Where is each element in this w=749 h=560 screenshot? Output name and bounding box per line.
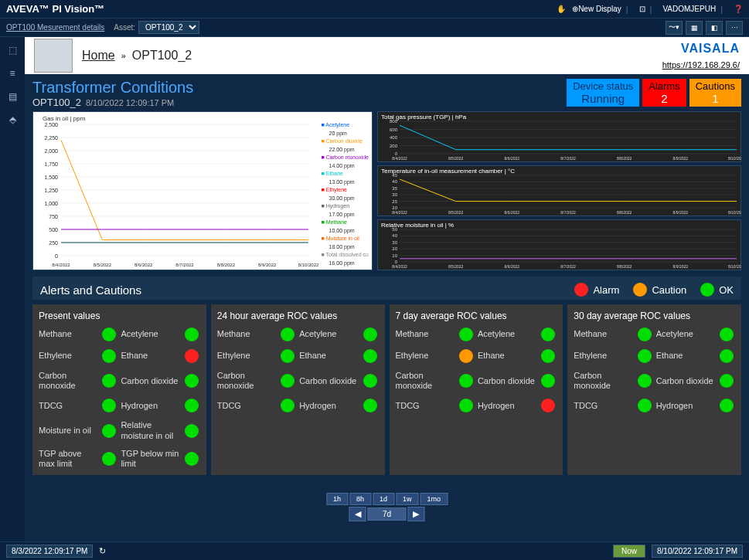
alerts-title: Alerts and Cautions (40, 283, 141, 297)
gas-label: Methane (396, 329, 456, 339)
status-dot-icon (720, 349, 734, 363)
gas-label: Ethane (299, 351, 359, 361)
status-dot-icon (720, 399, 734, 412)
more-icon[interactable]: ⋯ (726, 21, 743, 35)
app-brand: AVEVA™ PI Vision™ (6, 3, 104, 15)
new-display-label: New Display (578, 5, 621, 13)
cube-icon[interactable]: ⬚ (5, 43, 19, 57)
nav-current-range: 7d (368, 507, 406, 521)
gas-label: Ethane (121, 351, 181, 361)
book-icon[interactable]: ▤ (5, 90, 19, 104)
status-dot-icon (363, 374, 377, 388)
layout-icon[interactable]: ⊡ (639, 5, 645, 13)
svg-text:1,250: 1,250 (44, 188, 58, 193)
device-thumbnail (34, 39, 73, 73)
mini-chart[interactable]: Total gas pressure (TGP) | hPa0200400600… (377, 111, 741, 162)
timerange-button[interactable]: 1w (396, 493, 419, 505)
start-time[interactable]: 8/3/2022 12:09:17 PM (6, 545, 93, 558)
list-icon[interactable]: ≡ (5, 66, 19, 80)
svg-text:8/9/2022: 8/9/2022 (673, 156, 689, 161)
nav-next-button[interactable]: ▶ (407, 507, 424, 521)
status-dot-icon (102, 452, 116, 466)
svg-text:8/10/2022: 8/10/2022 (728, 156, 741, 161)
svg-text:20: 20 (392, 246, 397, 251)
breadcrumb[interactable]: OPT100 Mesurement details (6, 23, 104, 32)
gas-label: Hydrogen (299, 401, 359, 411)
mini-chart[interactable]: Temperature of in-oil measurement chambe… (377, 165, 741, 216)
svg-text:8/8/2022: 8/8/2022 (617, 210, 632, 215)
svg-text:0: 0 (55, 253, 58, 259)
svg-text:750: 750 (49, 214, 58, 219)
status-dot-icon (720, 328, 734, 341)
svg-text:8/5/2022: 8/5/2022 (94, 263, 112, 267)
svg-text:800: 800 (390, 119, 398, 124)
timerange-button[interactable]: 1h (326, 493, 348, 505)
status-dot-icon (185, 452, 199, 466)
gas-label: TDCG (39, 401, 99, 411)
panel-title: 7 day average ROC values (396, 311, 557, 321)
asset-select[interactable]: OPT100_2 (138, 21, 199, 34)
svg-text:8/9/2022: 8/9/2022 (673, 210, 689, 215)
svg-text:8/7/2022: 8/7/2022 (175, 263, 194, 267)
main-chart[interactable]: Gas in oil | ppm 02505007501,0001,2501,5… (32, 111, 373, 270)
device-url[interactable]: https://192.168.29.6/ (662, 60, 740, 70)
asset-label: Asset: (114, 23, 135, 32)
svg-text:8/8/2022: 8/8/2022 (617, 156, 632, 161)
svg-text:8/4/2022: 8/4/2022 (392, 156, 407, 161)
gas-label: Ethylene (574, 351, 634, 361)
timerange-button[interactable]: 8h (349, 493, 371, 505)
refresh-icon[interactable]: ↻ (99, 546, 106, 556)
svg-text:8/4/2022: 8/4/2022 (392, 264, 407, 269)
svg-text:2,250: 2,250 (44, 135, 58, 141)
gas-label: Methane (39, 329, 99, 339)
now-button[interactable]: Now (613, 545, 645, 558)
new-display-button[interactable]: ⊕ New Display (572, 5, 621, 13)
status-dot-icon (185, 399, 199, 412)
sidebar: ⬚ ≡ ▤ ⬘ (0, 37, 25, 541)
mini-chart[interactable]: Relative moisture in oil | %010203040508… (377, 219, 741, 270)
alarms-label: Alarms (649, 80, 679, 92)
alarm-dot-icon (574, 283, 588, 297)
caution-dot-icon (633, 283, 647, 297)
page-title: Transformer Conditions (32, 79, 193, 97)
title-row: Transformer Conditions OPT100_28/10/2022… (25, 74, 749, 111)
timerange-button[interactable]: 1mo (420, 493, 448, 505)
grid-icon[interactable]: ▦ (686, 21, 703, 35)
gas-label: Hydrogen (656, 401, 717, 411)
gas-label: Ethane (478, 351, 538, 361)
tag-icon[interactable]: ⬘ (5, 113, 19, 127)
panel-icon[interactable]: ◧ (706, 21, 723, 35)
svg-text:8/5/2022: 8/5/2022 (448, 264, 464, 269)
vaisala-logo: VAISALA (681, 42, 740, 56)
home-link[interactable]: Home (82, 49, 115, 63)
end-time[interactable]: 8/10/2022 12:09:17 PM (652, 545, 743, 558)
hand-icon[interactable]: ✋ (557, 5, 566, 13)
gas-label: Acetylene (299, 329, 359, 339)
svg-text:45: 45 (392, 173, 397, 178)
status-dot-icon (638, 349, 652, 363)
svg-text:1,500: 1,500 (44, 175, 58, 180)
timerange-button[interactable]: 1d (373, 493, 394, 505)
gas-label: Carbon dioxide (656, 376, 717, 386)
status-dot-icon (638, 399, 652, 412)
status-dot-icon (281, 399, 294, 412)
svg-text:25: 25 (392, 199, 397, 204)
legend-ok: OK (719, 284, 734, 296)
cautions-box: Cautions 1 (689, 79, 741, 107)
svg-text:8/7/2022: 8/7/2022 (560, 156, 576, 161)
user-label[interactable]: VADOMJEPUH (662, 5, 716, 13)
gas-label: Methane (217, 329, 277, 339)
gas-label: Carbon monoxide (396, 371, 456, 391)
gas-label: Relative moisture in oil (121, 420, 181, 440)
gas-label: Carbon monoxide (217, 371, 277, 391)
svg-text:250: 250 (49, 240, 58, 246)
status-panel: Present valuesMethaneAcetyleneEthyleneEt… (32, 304, 206, 475)
nav-prev-button[interactable]: ◀ (349, 507, 366, 521)
help-icon[interactable]: ❓ (734, 5, 743, 13)
svg-text:8/8/2022: 8/8/2022 (617, 264, 632, 269)
status-dot-icon (102, 399, 116, 412)
trend-icon[interactable]: 〜▾ (666, 21, 683, 35)
gas-label: Moisture in oil (39, 426, 99, 436)
gas-label: Ethylene (396, 351, 456, 361)
status-dot-icon (102, 374, 116, 388)
